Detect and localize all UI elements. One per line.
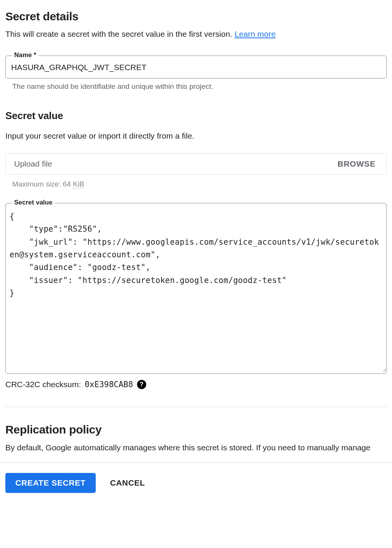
name-field: Name * bbox=[5, 56, 387, 79]
create-secret-button[interactable]: CREATE SECRET bbox=[5, 473, 96, 493]
name-helper-text: The name should be identifiable and uniq… bbox=[12, 82, 387, 91]
help-icon[interactable]: ? bbox=[137, 380, 146, 389]
secret-details-description: This will create a secret with the secre… bbox=[5, 28, 387, 39]
cancel-button[interactable]: CANCEL bbox=[108, 478, 147, 488]
secret-value-title: Secret value bbox=[5, 110, 387, 122]
secret-value-description: Input your secret value or import it dir… bbox=[5, 130, 387, 141]
learn-more-link[interactable]: Learn more bbox=[235, 29, 276, 38]
upload-file-row[interactable]: Upload file BROWSE bbox=[5, 153, 387, 175]
secret-value-textarea[interactable] bbox=[6, 203, 386, 372]
secret-value-textarea-label: Secret value bbox=[12, 199, 55, 206]
upload-helper-text: Maximum size: 64 KiB bbox=[12, 180, 387, 188]
name-input[interactable] bbox=[6, 56, 386, 78]
section-divider bbox=[5, 407, 387, 407]
upload-helper-prefix: Maximum size: 64 bbox=[12, 180, 73, 188]
replication-policy-title: Replication policy bbox=[5, 423, 387, 436]
upload-helper-unit: KiB bbox=[73, 180, 84, 188]
footer-action-bar: CREATE SECRET CANCEL bbox=[0, 463, 392, 504]
secret-value-field: Secret value bbox=[5, 203, 387, 374]
upload-file-placeholder: Upload file bbox=[14, 159, 52, 168]
name-field-label: Name * bbox=[12, 51, 39, 59]
secret-details-description-text: This will create a secret with the secre… bbox=[5, 29, 235, 38]
browse-button[interactable]: BROWSE bbox=[335, 159, 378, 169]
checksum-label: CRC-32C checksum: bbox=[5, 380, 81, 389]
checksum-value: 0xE398CAB8 bbox=[85, 380, 133, 389]
replication-policy-description: By default, Google automatically manages… bbox=[5, 442, 387, 455]
checksum-row: CRC-32C checksum: 0xE398CAB8 ? bbox=[5, 380, 387, 389]
secret-details-title: Secret details bbox=[5, 10, 387, 23]
